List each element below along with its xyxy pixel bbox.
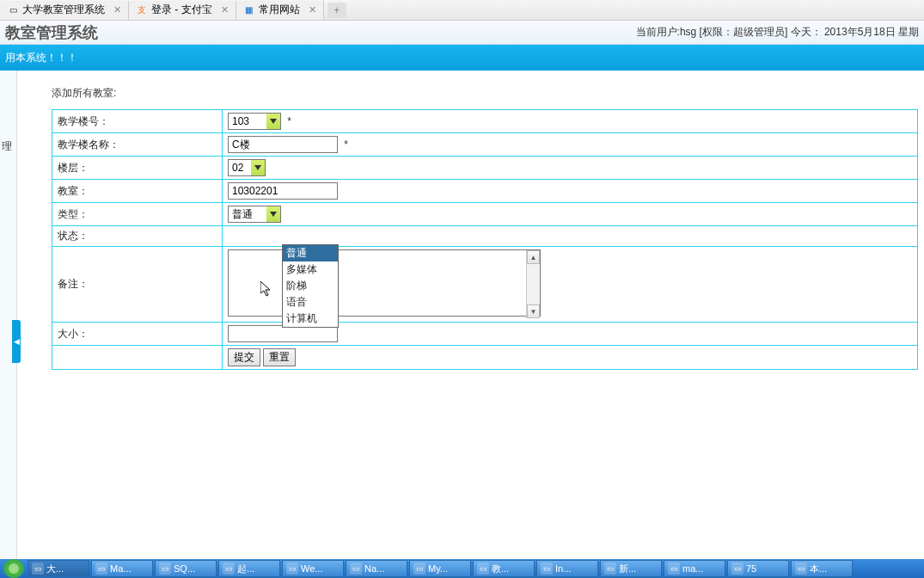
taskbar-label: In... [555,563,571,574]
app-icon: ▭ [413,563,425,575]
label-floor: 楼层： [52,157,223,180]
alipay-icon: 支 [136,4,148,16]
user-info: 当前用户:hsg [权限：超级管理员] 今天： 2013年5月18日 星期 [636,25,919,40]
label-size: 大小： [52,323,223,346]
taskbar-button[interactable]: ▭Ma... [91,560,153,577]
app-title: 教室管理系统 [5,22,98,43]
tab-label: 登录 - 支付宝 [151,3,212,17]
taskbar-label: 新... [619,563,636,575]
windows-taskbar: ▭大...▭Ma...▭SQ...▭起...▭We...▭Na...▭My...… [0,559,924,578]
app-icon: ▭ [731,563,743,575]
label-remark: 备注： [52,247,223,323]
app-icon: ▭ [795,563,807,575]
scrollbar[interactable]: ▲ ▼ [526,250,540,318]
taskbar-label: ma... [682,563,703,574]
taskbar-button[interactable]: ▭教... [473,560,535,577]
content-panel: 添加所有教室: 教学楼号： 103 * 教学楼名称： [17,71,924,561]
label-building-no: 教学楼号： [52,110,223,133]
scroll-down-icon[interactable]: ▼ [527,304,540,318]
browser-tab[interactable]: 支 登录 - 支付宝 ✕ [129,1,236,20]
label-building-name: 教学楼名称： [52,133,223,157]
submit-button[interactable]: 提交 [228,348,260,366]
app-icon: ▭ [541,563,553,575]
collapse-handle[interactable]: ◀ [12,320,21,363]
app-icon: ▭ [32,563,44,575]
taskbar-label: 起... [237,563,254,575]
taskbar-button[interactable]: ▭In... [536,560,598,577]
taskbar-label: My... [428,563,448,574]
classroom-form: 教学楼号： 103 * 教学楼名称： * [52,109,918,370]
welcome-banner: 用本系统！！！ [0,45,924,71]
grid-icon: ▦ [243,4,255,16]
taskbar-button[interactable]: ▭SQ... [155,560,217,577]
app-icon: ▭ [159,563,171,575]
room-input[interactable] [228,182,338,200]
page-caption: 添加所有教室: [52,86,924,101]
app-icon: ▭ [95,563,107,575]
app-icon: ▭ [604,563,616,575]
sidebar-char: 理 [2,139,12,154]
app-icon: ▭ [223,563,235,575]
close-icon[interactable]: ✕ [221,4,229,15]
dropdown-option[interactable]: 多媒体 [283,261,338,278]
close-icon[interactable]: ✕ [113,4,121,15]
label-state: 状态： [52,226,223,247]
building-no-select[interactable]: 103 [228,113,281,130]
browser-tab-strip: ▭ 大学教室管理系统 ✕ 支 登录 - 支付宝 ✕ ▦ 常用网站 ✕ + [0,0,924,21]
taskbar-button[interactable]: ▭Na... [346,560,407,577]
type-select[interactable]: 普通 [228,206,281,223]
taskbar-button[interactable]: ▭大... [28,560,89,577]
taskbar-label: Ma... [110,563,131,574]
type-dropdown-list[interactable]: 普通 多媒体 阶梯 语音 计算机 [282,244,339,328]
page-icon: ▭ [7,4,19,16]
taskbar-label: 教... [492,563,509,575]
browser-tab[interactable]: ▭ 大学教室管理系统 ✕ [0,1,129,20]
new-tab-button[interactable]: + [327,3,346,18]
close-icon[interactable]: ✕ [309,4,316,15]
reset-button[interactable]: 重置 [263,348,296,366]
tab-label: 大学教室管理系统 [22,3,105,17]
required-mark: * [287,115,291,127]
app-icon: ▭ [477,563,489,575]
building-name-input[interactable] [228,136,338,153]
taskbar-label: 大... [46,563,64,575]
label-type: 类型： [52,203,223,226]
taskbar-label: We... [301,563,322,574]
taskbar-button[interactable]: ▭75 [727,560,789,577]
app-icon: ▭ [286,563,298,575]
remark-textarea[interactable] [228,249,541,317]
taskbar-button[interactable]: ▭本... [791,560,853,577]
required-mark: * [344,138,348,151]
size-input[interactable] [228,325,338,342]
windows-logo-icon [8,563,20,575]
dropdown-option[interactable]: 阶梯 [283,278,338,294]
taskbar-label: SQ... [174,563,195,574]
dropdown-option[interactable]: 计算机 [283,311,338,327]
cursor-icon [260,281,274,298]
app-header: 教室管理系统 当前用户:hsg [权限：超级管理员] 今天： 2013年5月18… [0,21,924,45]
browser-tab[interactable]: ▦ 常用网站 ✕ [236,1,324,20]
taskbar-label: 本... [810,563,827,575]
taskbar-button[interactable]: ▭We... [282,560,344,577]
dropdown-option[interactable]: 普通 [283,245,338,261]
app-icon: ▭ [350,563,362,575]
main-area: 理 ◀ 添加所有教室: 教学楼号： 103 * 教学楼名称： [0,71,924,561]
app-icon: ▭ [668,563,680,575]
floor-select[interactable]: 02 [228,159,266,176]
dropdown-option[interactable]: 语音 [283,294,338,311]
taskbar-button[interactable]: ▭新... [600,560,662,577]
tab-label: 常用网站 [259,3,300,17]
left-sidebar: 理 ◀ [0,71,17,561]
label-room: 教室： [52,180,223,203]
taskbar-label: 75 [746,563,756,574]
taskbar-button[interactable]: ▭起... [218,560,280,577]
scroll-up-icon[interactable]: ▲ [527,250,540,264]
start-button[interactable] [3,559,24,578]
taskbar-button[interactable]: ▭My... [409,560,471,577]
taskbar-button[interactable]: ▭ma... [664,560,725,577]
svg-point-0 [9,563,19,574]
taskbar-label: Na... [364,563,384,574]
banner-text: 用本系统！！！ [5,51,77,65]
